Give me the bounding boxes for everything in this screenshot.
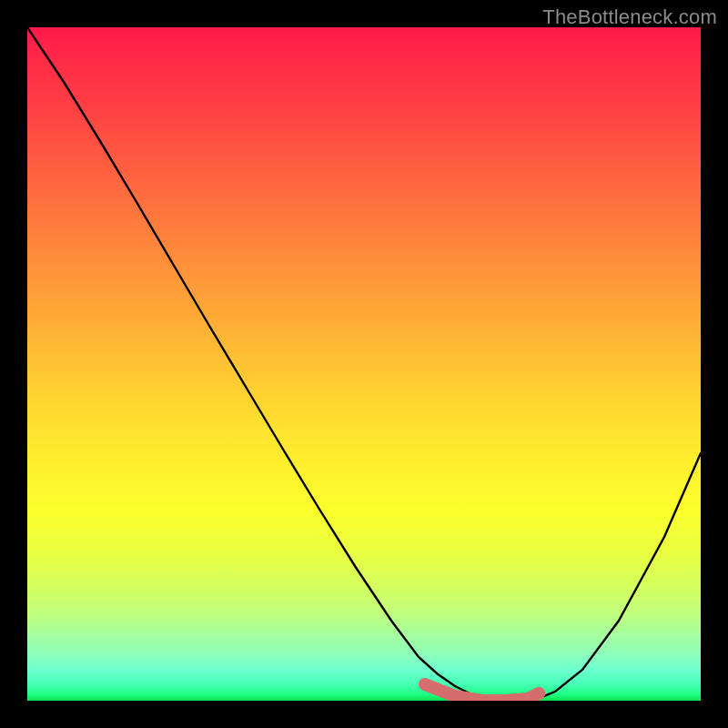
marker-band	[425, 684, 539, 701]
chart-frame: TheBottleneck.com	[0, 0, 728, 728]
chart-svg	[27, 27, 701, 701]
watermark-text: TheBottleneck.com	[542, 5, 717, 29]
main-curve	[27, 27, 701, 701]
plot-area	[27, 27, 701, 701]
marker-dot	[532, 687, 545, 700]
